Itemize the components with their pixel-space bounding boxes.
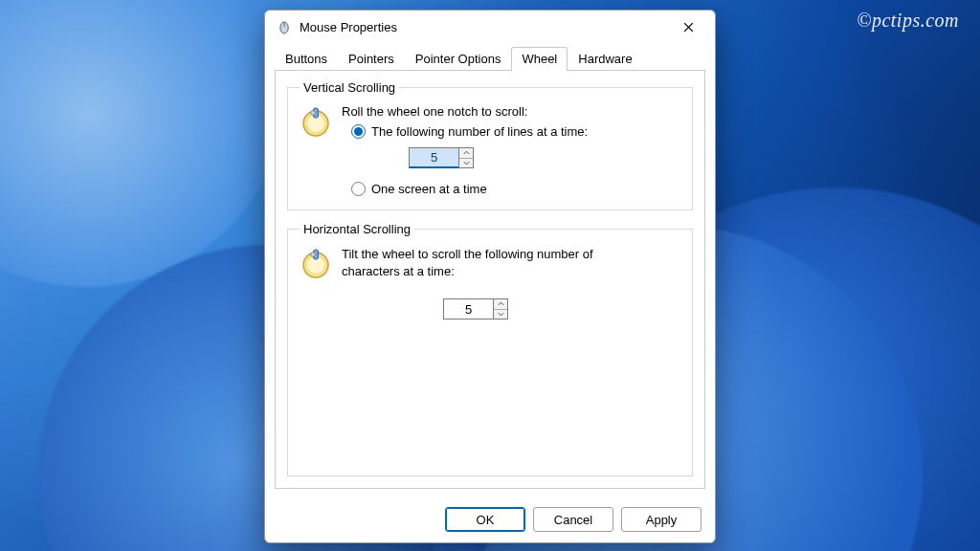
horizontal-scrolling-legend: Horizontal Scrolling: [300, 222, 414, 236]
svg-point-9: [311, 253, 316, 257]
vertical-scrolling-group: Vertical Scrolling Roll the wheel one no…: [287, 80, 693, 210]
radio-screen-option[interactable]: One screen at a time: [351, 182, 680, 196]
tab-buttons[interactable]: Buttons: [275, 47, 338, 71]
ok-button[interactable]: OK: [445, 507, 525, 532]
tab-panel-wheel: Vertical Scrolling Roll the wheel one no…: [275, 70, 705, 489]
chevron-up-icon: [498, 301, 504, 306]
lines-spinner[interactable]: [409, 147, 474, 168]
vertical-instruction: Roll the wheel one notch to scroll:: [342, 104, 680, 119]
apply-button[interactable]: Apply: [621, 507, 702, 532]
watermark-text: ©pctips.com: [857, 10, 959, 32]
scroll-wheel-icon: [300, 106, 332, 139]
mouse-properties-dialog: Mouse Properties Buttons Pointers Pointe…: [264, 10, 716, 543]
radio-lines-option[interactable]: The following number of lines at a time:: [351, 124, 680, 139]
titlebar[interactable]: Mouse Properties: [265, 11, 715, 43]
radio-lines-input[interactable]: [351, 124, 366, 139]
mouse-icon: [277, 19, 292, 34]
dialog-title: Mouse Properties: [300, 20, 669, 34]
horizontal-scrolling-group: Horizontal Scrolling Tilt the wheel to s…: [287, 222, 693, 476]
chevron-down-icon: [498, 312, 504, 317]
tab-pointers[interactable]: Pointers: [338, 47, 405, 71]
radio-screen-input[interactable]: [351, 182, 366, 196]
radio-lines-label: The following number of lines at a time:: [371, 124, 588, 139]
tab-strip: Buttons Pointers Pointer Options Wheel H…: [265, 43, 715, 70]
tab-wheel[interactable]: Wheel: [511, 47, 568, 71]
scroll-wheel-icon: [300, 248, 332, 280]
spinner-up-button[interactable]: [459, 148, 473, 159]
chars-spinner[interactable]: [443, 298, 508, 320]
cancel-button[interactable]: Cancel: [533, 507, 613, 532]
chars-spinner-input[interactable]: [443, 298, 493, 320]
dialog-footer: OK Cancel Apply: [265, 496, 715, 542]
desktop-background: ©pctips.com Mouse Properties Buttons Poi…: [0, 0, 980, 551]
chevron-down-icon: [463, 161, 470, 165]
spinner-up-button[interactable]: [494, 299, 507, 310]
spinner-down-button[interactable]: [494, 310, 507, 320]
radio-screen-label: One screen at a time: [371, 182, 487, 196]
chevron-up-icon: [463, 150, 470, 155]
svg-point-5: [311, 111, 316, 116]
spinner-down-button[interactable]: [459, 159, 473, 168]
close-button[interactable]: [669, 13, 707, 40]
tab-pointer-options[interactable]: Pointer Options: [405, 47, 512, 71]
vertical-scrolling-legend: Vertical Scrolling: [300, 80, 399, 95]
tab-hardware[interactable]: Hardware: [568, 47, 642, 71]
lines-spinner-input[interactable]: [409, 147, 458, 168]
close-icon: [683, 22, 694, 33]
horizontal-instruction: Tilt the wheel to scroll the following n…: [342, 246, 610, 279]
